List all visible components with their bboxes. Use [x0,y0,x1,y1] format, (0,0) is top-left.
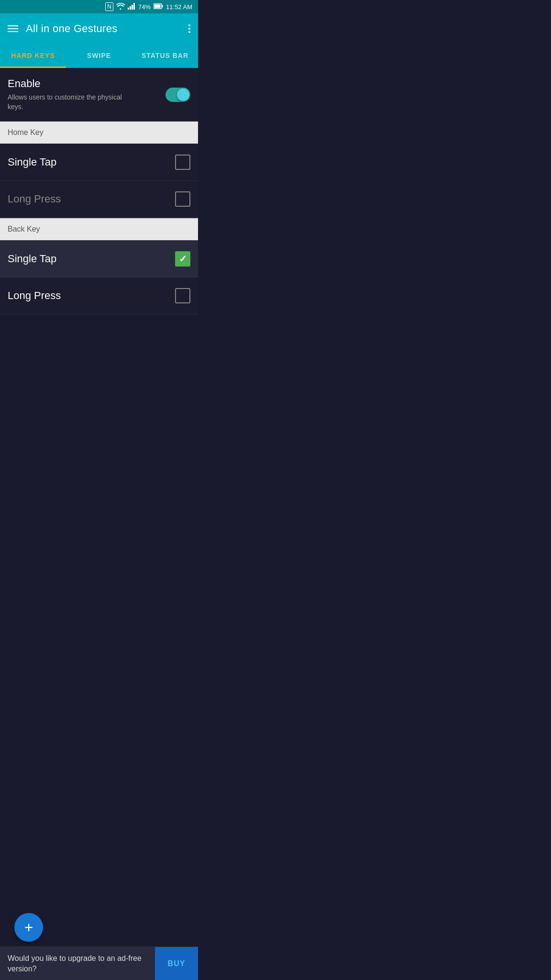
nfc-icon: N [105,2,113,11]
home-long-press-label: Long Press [8,193,61,205]
svg-rect-0 [128,8,129,10]
time: 11:52 AM [166,3,192,11]
enable-description: Allows users to customize the physical k… [8,93,132,111]
tab-status-bar[interactable]: STATUS BAR [132,44,198,67]
toggle-knob [177,89,189,101]
wifi-icon [116,3,125,11]
home-long-press-checkbox[interactable] [175,191,190,207]
svg-rect-2 [132,5,133,10]
svg-rect-6 [154,4,161,8]
back-long-press-item[interactable]: Long Press [0,278,198,314]
back-long-press-label: Long Press [8,290,61,302]
back-key-header: Back Key [0,218,198,241]
back-long-press-checkbox[interactable] [175,288,190,303]
svg-rect-1 [130,6,131,10]
svg-rect-3 [133,3,135,10]
tab-swipe[interactable]: SWIPE [66,44,132,67]
enable-text: Enable Allows users to customize the phy… [8,78,165,111]
app-title: All in one Gestures [26,22,118,35]
back-single-tap-label: Single Tap [8,253,56,265]
enable-section: Enable Allows users to customize the phy… [0,68,198,121]
home-long-press-item[interactable]: Long Press [0,181,198,218]
status-icons: N 74% 11:52 AM [105,2,192,11]
home-single-tap-checkbox[interactable] [175,155,190,170]
app-bar-left: All in one Gestures [8,22,118,35]
home-key-label: Home Key [8,128,44,136]
menu-button[interactable] [8,25,18,32]
back-single-tap-checkbox[interactable]: ✓ [175,251,190,267]
status-bar: N 74% 11:52 AM [0,0,198,13]
signal-icon [128,3,135,11]
home-single-tap-item[interactable]: Single Tap [0,144,198,181]
tab-bar: HARD KEYS SWIPE STATUS BAR [0,44,198,68]
back-single-tap-item[interactable]: Single Tap ✓ [0,241,198,278]
battery-icon [154,3,163,11]
enable-toggle[interactable] [165,88,190,102]
tab-hard-keys[interactable]: HARD KEYS [0,44,66,67]
battery-percent: 74% [138,3,151,11]
enable-title: Enable [8,78,165,90]
home-key-header: Home Key [0,121,198,144]
content-area: Enable Allows users to customize the phy… [0,68,198,314]
checkmark-icon: ✓ [179,254,187,264]
back-key-label: Back Key [8,225,40,233]
home-single-tap-label: Single Tap [8,156,56,168]
svg-rect-5 [162,5,163,7]
app-bar: All in one Gestures [0,13,198,44]
more-options-button[interactable] [188,24,190,33]
